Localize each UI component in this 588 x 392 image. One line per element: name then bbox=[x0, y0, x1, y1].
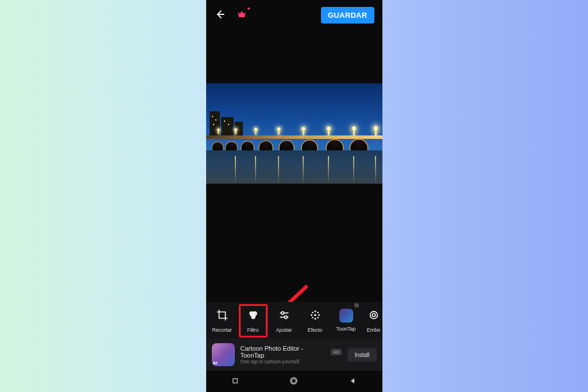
svg-point-9 bbox=[318, 315, 319, 316]
ad-badge: AD bbox=[331, 349, 342, 355]
tool-ajustar[interactable]: Ajustar bbox=[269, 305, 299, 336]
android-navbar bbox=[206, 371, 382, 392]
svg-point-15 bbox=[372, 313, 376, 317]
adjust-icon bbox=[278, 309, 291, 324]
svg-point-4 bbox=[284, 316, 287, 319]
install-button[interactable]: Install bbox=[347, 348, 376, 362]
top-bar: GUARDAR bbox=[206, 0, 382, 28]
ad-subtitle: One tap to cartoon yourself. bbox=[241, 359, 342, 364]
svg-point-0 bbox=[249, 311, 254, 316]
svg-point-1 bbox=[252, 311, 257, 316]
edited-photo bbox=[206, 83, 382, 184]
ad-text: Cartoon Photo Editor - ToonTap AD One ta… bbox=[241, 345, 342, 364]
ad-thumbnail: AI bbox=[212, 343, 235, 366]
tool-recortar[interactable]: Recortar bbox=[207, 305, 237, 336]
tool-efecto[interactable]: Efecto bbox=[300, 305, 330, 336]
back-icon[interactable] bbox=[214, 9, 226, 22]
svg-point-17 bbox=[292, 379, 296, 383]
phone-screen: GUARDAR bbox=[206, 0, 382, 392]
tool-bar: Recortar Filtro Ajustar Efecto ToonTap E… bbox=[206, 302, 382, 339]
svg-point-3 bbox=[281, 312, 284, 315]
svg-point-8 bbox=[311, 315, 312, 316]
effect-icon bbox=[309, 309, 322, 324]
nav-recent-icon[interactable] bbox=[231, 377, 239, 387]
toontap-icon bbox=[339, 309, 353, 323]
svg-point-14 bbox=[370, 312, 377, 319]
image-canvas[interactable] bbox=[206, 28, 382, 302]
tool-label: ToonTap bbox=[336, 326, 355, 332]
svg-point-2 bbox=[250, 315, 255, 319]
ad-title: Cartoon Photo Editor - ToonTap bbox=[241, 345, 328, 359]
notification-badge-icon bbox=[354, 303, 359, 308]
svg-point-10 bbox=[312, 312, 314, 313]
save-button[interactable]: GUARDAR bbox=[321, 7, 374, 24]
nav-home-icon[interactable] bbox=[289, 377, 298, 387]
blur-icon bbox=[368, 309, 380, 324]
svg-point-6 bbox=[314, 311, 316, 312]
svg-point-13 bbox=[317, 317, 319, 319]
tool-label: Efecto bbox=[308, 327, 323, 333]
nav-back-icon[interactable] bbox=[349, 377, 357, 387]
crop-icon bbox=[216, 309, 229, 324]
ai-badge: AI bbox=[213, 360, 218, 366]
svg-point-12 bbox=[312, 317, 314, 319]
top-bar-left bbox=[214, 9, 247, 22]
svg-point-5 bbox=[314, 314, 316, 316]
tool-label: Embe bbox=[367, 327, 381, 333]
tool-label: Ajustar bbox=[276, 327, 292, 333]
svg-point-7 bbox=[314, 318, 316, 320]
tool-label: Filtro bbox=[247, 327, 259, 333]
tool-filtro[interactable]: Filtro bbox=[238, 305, 268, 336]
notification-dot-icon bbox=[247, 7, 250, 10]
tool-embellecer[interactable]: Embe bbox=[362, 305, 385, 336]
svg-point-11 bbox=[317, 312, 319, 313]
filter-icon bbox=[247, 309, 260, 324]
tool-toontap[interactable]: ToonTap bbox=[331, 305, 361, 336]
tool-label: Recortar bbox=[212, 327, 232, 333]
svg-rect-16 bbox=[233, 379, 238, 383]
premium-crown-icon[interactable] bbox=[236, 9, 247, 22]
ad-banner[interactable]: AI Cartoon Photo Editor - ToonTap AD One… bbox=[206, 339, 382, 371]
